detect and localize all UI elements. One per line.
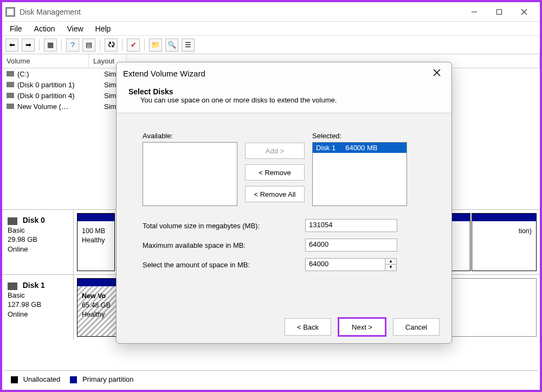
volume-name: New Volume (…: [17, 102, 96, 111]
disk-name: Disk 0: [23, 216, 45, 224]
menu-action[interactable]: Action: [34, 24, 55, 33]
help-icon[interactable]: ?: [66, 38, 79, 52]
dialog-title: Extend Volume Wizard: [123, 69, 205, 78]
dialog-heading: Select Disks: [128, 87, 173, 96]
legend: Unallocated Primary partition: [4, 370, 538, 388]
app-title: Disk Management: [20, 8, 81, 16]
spinner-down-icon[interactable]: ▼: [385, 265, 396, 271]
titlebar: Disk Management: [2, 2, 540, 22]
minimize-button[interactable]: [462, 4, 487, 20]
volume-name: (Disk 0 partition 1): [17, 81, 96, 89]
folder-search-icon[interactable]: 🔍: [165, 38, 178, 52]
partition-size: 100 MB: [82, 227, 105, 235]
volume-icon: [7, 104, 14, 109]
disk-status: Online: [8, 310, 28, 318]
total-value: 131054: [305, 219, 397, 232]
partition-cap: [78, 214, 114, 221]
partition[interactable]: 100 MB Healthy: [77, 213, 115, 271]
dialog-titlebar: Extend Volume Wizard: [117, 62, 451, 84]
selected-label: Selected:: [312, 132, 407, 140]
check-icon[interactable]: ✔: [127, 38, 140, 52]
legend-unallocated: Unallocated: [11, 375, 60, 383]
partition-status: Healthy: [82, 311, 105, 318]
max-value: 64000: [305, 239, 397, 252]
partition-title: New Vo: [82, 292, 106, 300]
forward-icon[interactable]: ➡: [22, 38, 35, 52]
cancel-button[interactable]: Cancel: [393, 318, 440, 336]
disk-size: 127.98 GB: [8, 300, 41, 309]
refresh-icon[interactable]: 🗘: [105, 38, 118, 52]
list-icon[interactable]: ☰: [182, 38, 195, 52]
amount-input[interactable]: 64000: [305, 258, 385, 271]
legend-swatch-blue: [70, 376, 77, 383]
properties-icon[interactable]: ▤: [82, 38, 95, 52]
partition-size: tion): [519, 227, 532, 235]
menu-file[interactable]: File: [10, 24, 22, 33]
dialog-footer: < Back Next > Cancel: [117, 311, 451, 343]
folder-up-icon[interactable]: 📁: [149, 38, 162, 52]
volume-icon: [7, 93, 14, 98]
max-label: Maximum available space in MB:: [143, 241, 305, 249]
dialog-subtitle: You can use space on one or more disks t…: [140, 96, 337, 104]
volume-icon: [7, 71, 14, 76]
partition-cap: [472, 214, 536, 221]
extend-volume-wizard-dialog: Extend Volume Wizard Select Disks You ca…: [116, 62, 452, 344]
back-icon[interactable]: ⬅: [5, 38, 18, 52]
menu-view[interactable]: View: [67, 24, 83, 33]
col-volume[interactable]: Volume: [2, 54, 89, 68]
close-button[interactable]: [512, 4, 537, 20]
legend-primary: Primary partition: [70, 375, 133, 383]
volume-name: (Disk 0 partition 4): [17, 92, 96, 100]
toolbar: ⬅ ➡ ▦ ? ▤ 🗘 ✔ 📁 🔍 ☰: [2, 36, 540, 54]
amount-spinner[interactable]: ▲ ▼: [385, 258, 397, 271]
remove-all-button[interactable]: < Remove All: [245, 186, 305, 202]
remove-button[interactable]: < Remove: [245, 164, 305, 181]
next-button[interactable]: Next >: [339, 318, 385, 336]
add-button[interactable]: Add >: [245, 143, 305, 159]
disk-label: Disk 0 Basic 29.98 GB Online: [2, 210, 74, 274]
volume-icon: [7, 82, 14, 87]
amount-label: Select the amount of space in MB:: [143, 261, 305, 269]
dialog-close-icon[interactable]: [429, 69, 445, 78]
back-button[interactable]: < Back: [285, 318, 331, 336]
app-icon: [5, 7, 15, 17]
menu-help[interactable]: Help: [95, 24, 111, 33]
disk-type: Basic: [8, 226, 25, 234]
dialog-body: Available: Add > < Remove < Remove All S…: [117, 113, 451, 311]
dialog-header: Select Disks You can use space on one or…: [117, 84, 451, 113]
selected-listbox[interactable]: Disk 1 64000 MB: [312, 142, 407, 206]
disk-type: Basic: [8, 291, 25, 299]
disk-status: Online: [8, 245, 28, 253]
volume-name: (C:): [17, 70, 96, 78]
disk-label: Disk 1 Basic 127.98 GB Online: [2, 275, 74, 340]
partition[interactable]: tion): [472, 213, 537, 271]
spinner-up-icon[interactable]: ▲: [385, 259, 396, 265]
selected-item[interactable]: Disk 1 64000 MB: [313, 143, 406, 153]
available-listbox[interactable]: [143, 142, 237, 206]
disk-icon: [8, 217, 17, 225]
layout-icon[interactable]: ▦: [44, 38, 57, 52]
partition-size: 65.48 GB: [82, 301, 111, 309]
legend-swatch-black: [11, 376, 18, 383]
available-label: Available:: [143, 132, 237, 140]
partition[interactable]: New Vo 65.48 GB Healthy: [77, 278, 120, 337]
total-label: Total volume size in megabytes (MB):: [143, 222, 305, 230]
disk-size: 29.98 GB: [8, 235, 37, 243]
svg-rect-1: [497, 9, 502, 14]
maximize-button[interactable]: [487, 4, 512, 20]
partition-cap: [78, 279, 120, 286]
disk-icon: [8, 282, 17, 290]
menubar: File Action View Help: [2, 22, 540, 36]
disk-name: Disk 1: [23, 281, 45, 290]
partition-status: Healthy: [82, 236, 105, 244]
